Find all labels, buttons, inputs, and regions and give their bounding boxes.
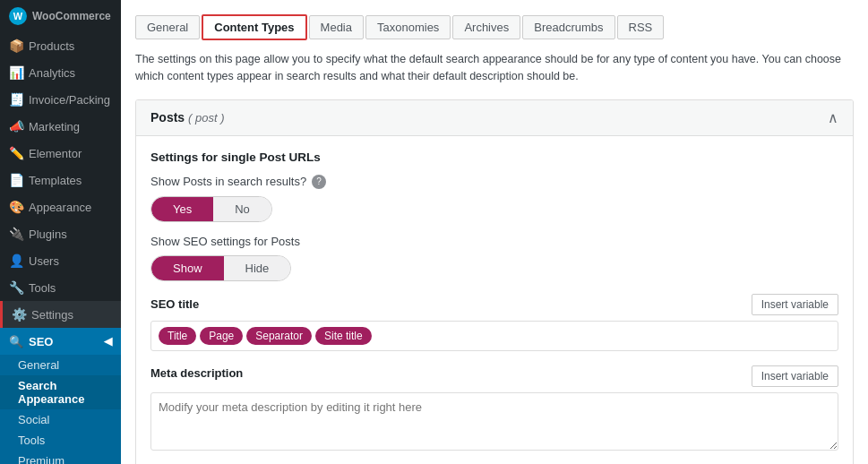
seo-title-insert-variable-button[interactable]: Insert variable xyxy=(752,294,838,315)
sidebar-item-elementor[interactable]: ✏️ Elementor xyxy=(0,140,121,167)
sidebar-item-templates[interactable]: 📄 Templates xyxy=(0,167,121,193)
tab-taxonomies[interactable]: Taxonomies xyxy=(365,15,451,39)
tag-site-title[interactable]: Site title xyxy=(315,327,372,345)
post-type-label: ( post ) xyxy=(188,111,224,125)
sidebar-item-invoice[interactable]: 🧾 Invoice/Packing xyxy=(0,86,121,113)
seo-sub-search-appearance[interactable]: Search Appearance xyxy=(0,375,121,409)
marketing-icon: 📣 xyxy=(9,119,23,133)
seo-collapse-arrow: ◀ xyxy=(104,335,112,348)
sidebar: W WooCommerce 📦 Products 📊 Analytics 🧾 I… xyxy=(0,0,121,464)
toggle-show-button[interactable]: Show xyxy=(151,256,224,280)
meta-desc-insert-variable-button[interactable]: Insert variable xyxy=(752,365,838,387)
sidebar-item-plugins[interactable]: 🔌 Plugins xyxy=(0,220,121,247)
woocommerce-logo-icon: W xyxy=(9,7,27,25)
sidebar-item-tools-label: Tools xyxy=(29,281,56,295)
seo-settings-toggle: Show Hide xyxy=(150,255,291,281)
sidebar-item-marketing[interactable]: 📣 Marketing xyxy=(0,113,121,140)
sidebar-item-analytics[interactable]: 📊 Analytics xyxy=(0,59,121,86)
sidebar-item-templates-label: Templates xyxy=(29,174,82,187)
search-results-toggle: Yes No xyxy=(150,196,272,222)
meta-desc-label: Meta description xyxy=(150,366,243,380)
sidebar-logo[interactable]: W WooCommerce xyxy=(0,0,121,32)
section-label: Settings for single Post URLs xyxy=(150,150,838,164)
sidebar-item-plugins-label: Plugins xyxy=(29,228,67,241)
seo-sub-general[interactable]: General xyxy=(0,355,121,375)
tab-breadcrumbs[interactable]: Breadcrumbs xyxy=(522,15,614,39)
seo-sub-tools[interactable]: Tools xyxy=(0,430,121,451)
content-area: General Content Types Media Taxonomies A… xyxy=(121,0,868,464)
seo-header[interactable]: 🔍 SEO ◀ xyxy=(0,328,121,355)
sidebar-item-users-label: Users xyxy=(29,254,59,268)
tools-icon: 🔧 xyxy=(9,280,23,295)
seo-title-row: SEO title Insert variable xyxy=(150,294,838,315)
invoice-icon: 🧾 xyxy=(9,92,23,107)
templates-icon: 📄 xyxy=(9,173,23,187)
sidebar-item-invoice-label: Invoice/Packing xyxy=(29,93,110,107)
sidebar-item-users[interactable]: 👤 Users xyxy=(0,247,121,274)
tag-separator[interactable]: Separator xyxy=(246,327,312,345)
toggle-hide-button[interactable]: Hide xyxy=(224,256,291,280)
seo-title-label: SEO title xyxy=(150,297,199,311)
users-icon: 👤 xyxy=(9,253,23,268)
seo-sub-social[interactable]: Social xyxy=(0,409,121,430)
posts-section-body: Settings for single Post URLs Show Posts… xyxy=(136,136,853,465)
tag-title[interactable]: Title xyxy=(159,327,196,345)
meta-desc-textarea[interactable] xyxy=(150,392,838,451)
sidebar-item-appearance-label: Appearance xyxy=(29,201,91,214)
sidebar-logo-label: WooCommerce xyxy=(32,10,111,22)
toggle-yes-button[interactable]: Yes xyxy=(151,197,213,221)
seo-title-section: SEO title Insert variable Title Page Sep… xyxy=(150,294,838,351)
sidebar-item-analytics-label: Analytics xyxy=(29,66,75,80)
sidebar-item-appearance[interactable]: 🎨 Appearance xyxy=(0,193,121,220)
show-seo-field-label: Show SEO settings for Posts xyxy=(150,235,838,248)
toggle-no-button[interactable]: No xyxy=(213,197,271,221)
tag-page[interactable]: Page xyxy=(200,327,243,345)
sidebar-item-elementor-label: Elementor xyxy=(29,147,82,160)
tabs-bar: General Content Types Media Taxonomies A… xyxy=(135,14,854,40)
meta-desc-row: Meta description Insert variable xyxy=(150,365,838,387)
tab-media[interactable]: Media xyxy=(309,15,364,39)
tab-content-types[interactable]: Content Types xyxy=(202,14,306,40)
sidebar-item-settings-label: Settings xyxy=(31,308,73,322)
info-text: The settings on this page allow you to s… xyxy=(135,51,854,85)
tab-archives[interactable]: Archives xyxy=(452,15,520,39)
sidebar-item-products[interactable]: 📦 Products xyxy=(0,32,121,59)
seo-icon: 🔍 xyxy=(9,334,23,348)
appearance-icon: 🎨 xyxy=(9,200,23,214)
sidebar-item-marketing-label: Marketing xyxy=(29,120,80,133)
tab-rss[interactable]: RSS xyxy=(617,15,665,39)
settings-icon: ⚙️ xyxy=(12,307,26,322)
posts-section-header[interactable]: Posts ( post ) ∧ xyxy=(136,100,853,136)
sidebar-item-tools[interactable]: 🔧 Tools xyxy=(0,274,121,301)
products-icon: 📦 xyxy=(9,39,23,53)
help-icon-search[interactable]: ? xyxy=(312,175,326,189)
sidebar-item-products-label: Products xyxy=(29,39,74,53)
seo-header-label: SEO xyxy=(29,335,53,348)
elementor-icon: ✏️ xyxy=(9,146,23,160)
posts-section: Posts ( post ) ∧ Settings for single Pos… xyxy=(135,99,854,465)
posts-section-title: Posts ( post ) xyxy=(150,110,225,125)
seo-sub-menu: General Search Appearance Social Tools P… xyxy=(0,355,121,464)
plugins-icon: 🔌 xyxy=(9,227,23,241)
analytics-icon: 📊 xyxy=(9,65,23,80)
seo-section: 🔍 SEO ◀ General Search Appearance Social… xyxy=(0,328,121,464)
sidebar-item-settings[interactable]: ⚙️ Settings xyxy=(0,301,121,328)
chevron-up-icon: ∧ xyxy=(828,109,838,126)
main-content: General Content Types Media Taxonomies A… xyxy=(121,0,868,464)
seo-title-tags-input[interactable]: Title Page Separator Site title xyxy=(150,321,838,351)
show-in-search-field-label: Show Posts in search results? ? xyxy=(150,175,838,189)
meta-description-section: Meta description Insert variable xyxy=(150,365,838,453)
seo-sub-premium[interactable]: Premium xyxy=(0,451,121,464)
tab-general[interactable]: General xyxy=(135,15,200,39)
